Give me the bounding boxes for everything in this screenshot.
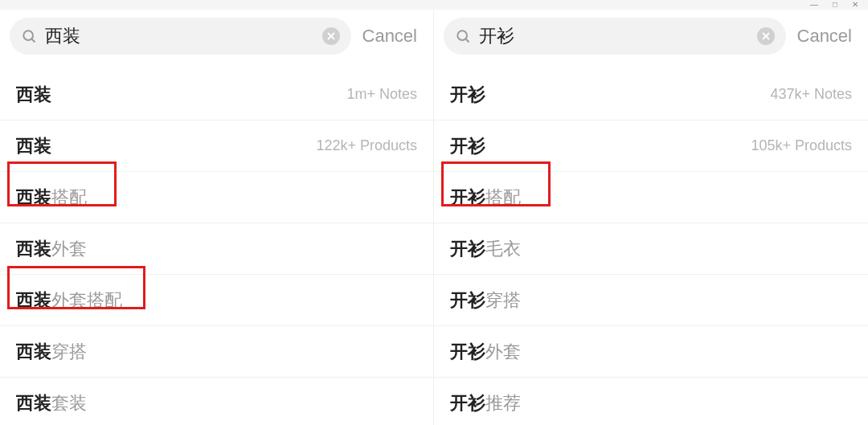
suggestion-item[interactable]: 开衫外套	[434, 326, 868, 378]
suggestion-item[interactable]: 开衫毛衣	[434, 223, 868, 275]
suggestion-item[interactable]: 西装外套	[0, 223, 433, 275]
clear-search-button[interactable]	[322, 27, 340, 45]
suggestion-item[interactable]: 开衫穿搭	[434, 275, 868, 326]
suggestion-text: 开衫穿搭	[450, 288, 521, 313]
suggestion-meta: 437k+ Notes	[770, 86, 852, 103]
window-titlebar: — □ ✕	[0, 0, 868, 10]
svg-line-5	[466, 39, 469, 43]
suggestion-meta: 1m+ Notes	[346, 86, 417, 103]
suggestion-item[interactable]: 开衫437k+ Notes	[434, 69, 868, 121]
suggestion-item[interactable]: 西装1m+ Notes	[0, 69, 433, 121]
suggestion-meta: 122k+ Products	[316, 137, 417, 154]
search-box[interactable]	[10, 18, 351, 55]
suggestion-meta: 105k+ Products	[751, 137, 852, 154]
suggestion-text: 西装	[16, 134, 51, 158]
suggestion-text: 西装	[16, 83, 51, 107]
suggestion-text: 开衫推荐	[450, 391, 521, 415]
suggestion-list: 西装1m+ Notes西装122k+ Products西装搭配西装外套西装外套搭…	[0, 69, 433, 425]
cancel-button[interactable]: Cancel	[362, 26, 424, 47]
suggestion-item[interactable]: 西装套装	[0, 378, 433, 425]
window-minimize-button[interactable]: —	[810, 1, 818, 9]
suggestion-item[interactable]: 西装搭配	[0, 172, 433, 223]
split-view: Cancel 西装1m+ Notes西装122k+ Products西装搭配西装…	[0, 10, 868, 425]
right-pane: Cancel 开衫437k+ Notes开衫105k+ Products开衫搭配…	[434, 10, 868, 425]
suggestion-text: 西装外套	[16, 237, 87, 261]
cancel-button[interactable]: Cancel	[797, 26, 858, 47]
search-input[interactable]	[45, 26, 314, 47]
suggestion-text: 开衫搭配	[450, 186, 521, 210]
window-maximize-button[interactable]: □	[833, 1, 837, 9]
svg-line-1	[32, 39, 35, 43]
suggestion-text: 开衫	[450, 134, 485, 158]
search-bar: Cancel	[0, 10, 433, 69]
search-box[interactable]	[444, 18, 786, 55]
left-pane: Cancel 西装1m+ Notes西装122k+ Products西装搭配西装…	[0, 10, 434, 425]
suggestion-text: 开衫外套	[450, 340, 521, 364]
suggestion-item[interactable]: 开衫105k+ Products	[434, 121, 868, 172]
search-icon	[21, 28, 37, 44]
suggestion-text: 西装穿搭	[16, 340, 87, 364]
suggestion-text: 开衫毛衣	[450, 237, 521, 261]
window-close-button[interactable]: ✕	[852, 1, 858, 9]
suggestion-item[interactable]: 开衫推荐	[434, 378, 868, 425]
suggestion-list: 开衫437k+ Notes开衫105k+ Products开衫搭配开衫毛衣开衫穿…	[434, 69, 868, 425]
suggestion-text: 西装搭配	[16, 186, 87, 210]
suggestion-text: 开衫	[450, 83, 485, 107]
clear-search-button[interactable]	[757, 27, 775, 45]
search-icon	[455, 28, 471, 44]
suggestion-text: 西装套装	[16, 391, 87, 415]
suggestion-item[interactable]: 西装外套搭配	[0, 275, 433, 326]
svg-point-0	[23, 31, 33, 40]
search-input[interactable]	[479, 26, 749, 47]
suggestion-item[interactable]: 西装穿搭	[0, 326, 433, 378]
svg-point-4	[457, 31, 467, 40]
suggestion-text: 西装外套搭配	[16, 288, 122, 313]
search-bar: Cancel	[434, 10, 868, 69]
suggestion-item[interactable]: 西装122k+ Products	[0, 121, 433, 172]
suggestion-item[interactable]: 开衫搭配	[434, 172, 868, 223]
